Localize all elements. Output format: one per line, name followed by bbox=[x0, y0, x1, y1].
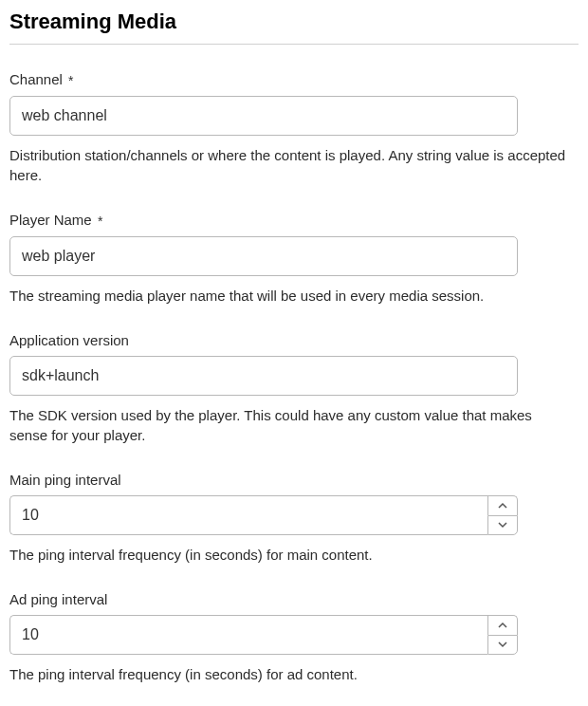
main-ping-stepper-buttons bbox=[487, 495, 518, 535]
channel-label-row: Channel * bbox=[9, 71, 579, 88]
player-name-field: Player Name * The streaming media player… bbox=[9, 212, 579, 306]
main-ping-input[interactable] bbox=[9, 495, 487, 535]
main-ping-step-up-button[interactable] bbox=[487, 495, 518, 515]
ad-ping-help: The ping interval frequency (in seconds)… bbox=[9, 664, 569, 684]
ad-ping-label-row: Ad ping interval bbox=[9, 591, 579, 607]
main-ping-label-row: Main ping interval bbox=[9, 472, 579, 488]
player-name-label-row: Player Name * bbox=[9, 212, 579, 229]
main-ping-label: Main ping interval bbox=[9, 472, 121, 488]
player-name-help: The streaming media player name that wil… bbox=[9, 286, 569, 306]
player-name-label: Player Name bbox=[9, 212, 92, 228]
app-version-label-row: Application version bbox=[9, 332, 579, 348]
ad-ping-field: Ad ping interval The ping interval frequ… bbox=[9, 591, 579, 684]
ad-ping-label: Ad ping interval bbox=[9, 591, 107, 607]
app-version-input[interactable] bbox=[9, 356, 518, 396]
chevron-down-icon bbox=[498, 640, 507, 649]
ad-ping-input[interactable] bbox=[9, 615, 487, 655]
section-divider bbox=[9, 44, 579, 45]
main-ping-help: The ping interval frequency (in seconds)… bbox=[9, 545, 569, 565]
channel-field: Channel * Distribution station/channels … bbox=[9, 71, 579, 185]
ad-ping-step-up-button[interactable] bbox=[487, 615, 518, 635]
main-ping-step-down-button[interactable] bbox=[487, 515, 518, 536]
chevron-up-icon bbox=[498, 621, 507, 630]
section-title: Streaming Media bbox=[9, 9, 579, 34]
channel-label: Channel bbox=[9, 71, 63, 87]
player-name-input[interactable] bbox=[9, 236, 518, 276]
required-asterisk: * bbox=[68, 73, 73, 88]
channel-input[interactable] bbox=[9, 96, 518, 136]
app-version-help: The SDK version used by the player. This… bbox=[9, 405, 569, 445]
ad-ping-stepper-buttons bbox=[487, 615, 518, 655]
app-version-field: Application version The SDK version used… bbox=[9, 332, 579, 445]
main-ping-field: Main ping interval The ping interval fre… bbox=[9, 472, 579, 565]
ad-ping-step-down-button[interactable] bbox=[487, 635, 518, 656]
main-ping-stepper bbox=[9, 495, 518, 535]
channel-help: Distribution station/channels or where t… bbox=[9, 145, 569, 185]
streaming-media-section: Streaming Media Channel * Distribution s… bbox=[9, 9, 579, 684]
chevron-up-icon bbox=[498, 501, 507, 511]
app-version-label: Application version bbox=[9, 332, 129, 348]
required-asterisk: * bbox=[98, 214, 102, 229]
chevron-down-icon bbox=[498, 520, 507, 530]
ad-ping-stepper bbox=[9, 615, 518, 655]
